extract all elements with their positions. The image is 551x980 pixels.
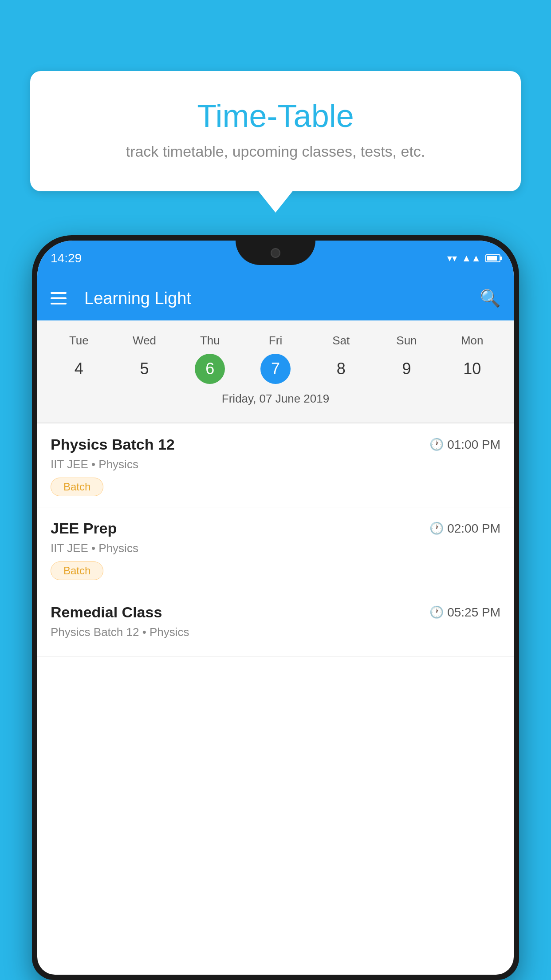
day-col-sun[interactable]: Sun 9 <box>374 334 440 384</box>
schedule-title-1: Physics Batch 12 <box>51 436 175 453</box>
signal-icon: ▲▲ <box>461 253 481 264</box>
clock-icon-3: 🕐 <box>429 605 444 619</box>
tooltip-title: Time-Table <box>61 98 490 134</box>
schedule-time-1: 🕐 01:00 PM <box>429 438 500 452</box>
schedule-item-3[interactable]: Remedial Class 🕐 05:25 PM Physics Batch … <box>37 591 514 656</box>
wifi-icon: ▾▾ <box>447 253 457 264</box>
tooltip-bubble: Time-Table track timetable, upcoming cla… <box>30 71 521 191</box>
schedule-item-2[interactable]: JEE Prep 🕐 02:00 PM IIT JEE • Physics Ba… <box>37 507 514 591</box>
tooltip-subtitle: track timetable, upcoming classes, tests… <box>61 143 490 160</box>
selected-date-label: Friday, 07 June 2019 <box>37 388 514 414</box>
day-col-mon[interactable]: Mon 10 <box>439 334 505 384</box>
day-col-wed[interactable]: Wed 5 <box>112 334 177 384</box>
phone-inner: 14:29 ▾▾ ▲▲ Learning Light 🔍 <box>37 241 514 975</box>
schedule-title-2: JEE Prep <box>51 520 117 537</box>
day-col-thu[interactable]: Thu 6 <box>177 334 243 384</box>
day-col-fri[interactable]: Fri 7 <box>243 334 308 384</box>
schedule-list: Physics Batch 12 🕐 01:00 PM IIT JEE • Ph… <box>37 423 514 656</box>
clock-icon-2: 🕐 <box>429 522 444 535</box>
app-title: Learning Light <box>84 289 471 308</box>
search-icon[interactable]: 🔍 <box>480 288 500 308</box>
batch-tag-2: Batch <box>51 561 103 580</box>
hamburger-menu-icon[interactable] <box>51 292 67 304</box>
day-col-tue[interactable]: Tue 4 <box>46 334 112 384</box>
app-bar: Learning Light 🔍 <box>37 276 514 320</box>
phone-frame: 14:29 ▾▾ ▲▲ Learning Light 🔍 <box>32 235 519 980</box>
days-row: Tue 4 Wed 5 Thu 6 Fri 7 Sat 8 <box>37 329 514 388</box>
battery-icon <box>485 254 500 262</box>
schedule-time-3: 🕐 05:25 PM <box>429 605 500 620</box>
calendar-section: Tue 4 Wed 5 Thu 6 Fri 7 Sat 8 <box>37 320 514 423</box>
batch-tag-1: Batch <box>51 478 103 496</box>
schedule-time-2: 🕐 02:00 PM <box>429 522 500 536</box>
status-icons: ▾▾ ▲▲ <box>447 253 500 264</box>
clock-icon-1: 🕐 <box>429 438 444 451</box>
schedule-meta-3: Physics Batch 12 • Physics <box>51 625 500 639</box>
notch <box>236 241 315 265</box>
status-bar: 14:29 ▾▾ ▲▲ <box>37 241 514 276</box>
day-col-sat[interactable]: Sat 8 <box>308 334 374 384</box>
status-time: 14:29 <box>51 251 82 265</box>
schedule-item-1[interactable]: Physics Batch 12 🕐 01:00 PM IIT JEE • Ph… <box>37 423 514 507</box>
schedule-meta-2: IIT JEE • Physics <box>51 541 500 555</box>
camera-dot <box>271 248 280 258</box>
schedule-meta-1: IIT JEE • Physics <box>51 458 500 471</box>
schedule-title-3: Remedial Class <box>51 604 162 621</box>
